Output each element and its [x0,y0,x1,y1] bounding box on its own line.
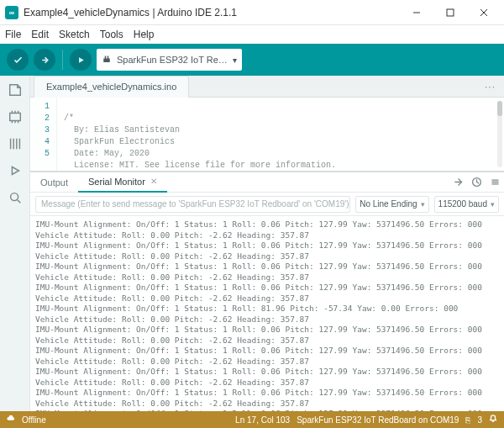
menubar: File Edit Sketch Tools Help [0,25,504,44]
baud-select[interactable]: 115200 baud▾ [434,196,499,213]
serial-output[interactable]: IMU-Mount Alignment: On/Off: 1 Status: 1… [30,216,504,411]
search-icon[interactable] [8,190,23,205]
menu-help[interactable]: Help [134,29,155,40]
bell-icon[interactable] [489,415,497,425]
sketchbook-icon[interactable] [8,82,23,98]
toolbar-divider [62,50,63,70]
tab-output[interactable]: Output [30,172,78,193]
tab-serial-monitor[interactable]: Serial Monitor✕ [78,172,167,193]
menu-tools[interactable]: Tools [100,29,123,40]
menu-edit[interactable]: Edit [31,29,49,40]
code-editor[interactable]: 1 2 3 4 5 /* By: Elias Santistevan Spark… [30,98,504,172]
status-close-panel-icon[interactable]: ⎘ [465,415,470,425]
window-close-button[interactable] [467,1,501,24]
gutter: 1 2 3 4 5 [30,98,57,171]
debug-panel-icon[interactable] [8,163,23,178]
menu-sketch[interactable]: Sketch [59,29,90,40]
status-board-port[interactable]: SparkFun ESP32 IoT RedBoard on COM19 [297,415,459,425]
line-ending-select[interactable]: No Line Ending▾ [355,196,428,213]
upload-button[interactable] [34,49,55,71]
timestamp-toggle-icon[interactable] [467,177,486,188]
close-icon[interactable]: ✕ [150,177,157,186]
library-manager-icon[interactable] [8,136,23,151]
boards-manager-icon[interactable] [8,109,23,124]
board-selector-label: SparkFun ESP32 IoT Re… [117,55,228,65]
usb-plug-icon [102,55,112,65]
svg-rect-0 [447,9,454,16]
window-maximize-button[interactable] [433,1,467,24]
bottom-panel: Output Serial Monitor✕ Message (Enter to… [30,172,504,411]
window-title: Example4_vehicleDynamics | Arduino IDE 2… [24,7,237,18]
editor-tabstrip: Example4_vehicleDynamics.ino ··· [30,76,504,98]
titlebar: ∞ Example4_vehicleDynamics | Arduino IDE… [0,0,504,25]
editor-tab[interactable]: Example4_vehicleDynamics.ino [34,76,189,98]
serial-message-input[interactable]: Message (Enter to send message to 'Spark… [35,196,350,213]
panel-menu-icon[interactable] [486,177,504,188]
editor-tab-label: Example4_vehicleDynamics.ino [46,82,176,92]
panel-tabstrip: Output Serial Monitor✕ [30,172,504,193]
serial-send-row: Message (Enter to send message to 'Spark… [30,193,504,216]
status-cursor: Ln 17, Col 103 [235,415,290,425]
menu-file[interactable]: File [5,29,21,40]
chevron-down-icon: ▾ [491,200,495,209]
app-icon: ∞ [5,6,18,19]
verify-button[interactable] [7,49,29,71]
chevron-down-icon: ▾ [233,55,237,65]
toolbar: SparkFun ESP32 IoT Re… ▾ [0,44,504,76]
editor-scrollbar-thumb[interactable] [497,101,502,116]
status-offline[interactable]: Offline [22,415,46,425]
status-notifications-count: 3 [477,415,482,425]
activity-bar [0,76,30,411]
svg-point-2 [10,193,18,201]
code-lines: /* By: Elias Santistevan SparkFun Electr… [57,98,336,171]
status-bar: Offline Ln 17, Col 103 SparkFun ESP32 Io… [0,411,504,428]
svg-rect-1 [9,114,20,121]
debug-button[interactable] [70,49,92,71]
board-selector[interactable]: SparkFun ESP32 IoT Re… ▾ [97,49,242,71]
chevron-down-icon: ▾ [421,200,425,209]
cloud-off-icon [7,415,15,425]
autoscroll-toggle-icon[interactable] [449,177,467,188]
editor-more-button[interactable]: ··· [476,81,504,92]
window-minimize-button[interactable] [400,1,433,24]
